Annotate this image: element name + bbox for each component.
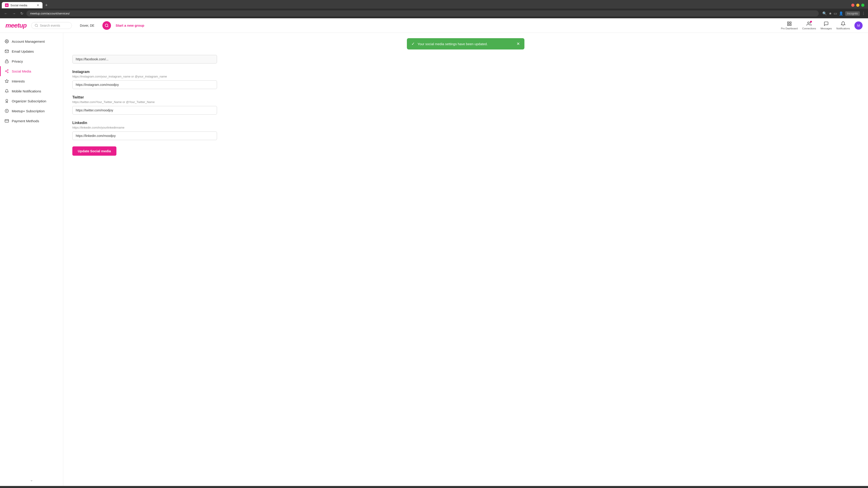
sidebar-social-media-label: Social Media [12,69,31,73]
scroll-indicator: ⌄ [30,477,33,482]
svg-rect-7 [790,24,791,25]
svg-point-11 [6,41,7,42]
linkedin-section: Linkedin https://linkedin.com/in/yourlin… [72,121,859,140]
plus-circle-icon [4,109,9,113]
nav-connections[interactable]: Connections [802,21,816,30]
sidebar-organizer-subscription-label: Organizer Subscription [12,99,46,103]
linkedin-input[interactable] [72,131,217,140]
instagram-section: Instagram https://instagram.com/your_ins… [72,70,859,89]
star-icon [4,79,9,84]
messages-icon [824,21,829,26]
svg-rect-6 [787,24,789,25]
svg-line-17 [6,70,7,71]
svg-point-19 [6,99,8,101]
back-button[interactable]: ← [3,11,9,17]
sidebar-mobile-notifications-label: Mobile Notifications [12,89,41,93]
close-window-button[interactable] [851,4,855,7]
svg-point-0 [35,24,37,27]
twitter-hint: https://twitter.com/Your_Twitter_Name or… [72,100,859,104]
sidebar-item-social-media[interactable]: Social Media [0,66,63,76]
window-controls [849,2,866,8]
location-label[interactable]: Dover, DE [80,24,94,27]
sidebar-item-email-updates[interactable]: Email Updates [0,46,63,56]
extensions-icon[interactable]: ▭ [834,11,837,15]
sidebar-item-meetup-plus[interactable]: Meetup+ Subscription [0,106,63,116]
nav-notifications[interactable]: Notifications [836,21,850,30]
sidebar-item-interests[interactable]: Interests [0,76,63,86]
pro-dashboard-icon [787,21,792,26]
gear-icon [4,39,9,43]
instagram-input[interactable] [72,80,217,89]
address-input[interactable] [26,10,819,17]
logo[interactable]: meetup [5,22,27,29]
sidebar-item-payment-methods[interactable]: Payment Methods [0,116,63,126]
start-new-group-button[interactable]: Start a new group [116,24,144,27]
tab-favicon: m [5,3,8,7]
svg-line-1 [37,26,38,27]
reload-button[interactable]: ↻ [19,10,25,17]
svg-rect-4 [787,22,789,23]
badge-icon [4,99,9,103]
sidebar-email-updates-label: Email Updates [12,50,34,53]
tab-bar: m Social media ✕ + [0,0,868,8]
bell-icon [4,89,9,93]
sidebar-item-account-management[interactable]: Account Management [0,36,63,46]
menu-icon[interactable]: ⋮ [862,11,865,15]
svg-line-3 [107,26,108,27]
svg-text:M: M [857,24,860,27]
user-avatar[interactable]: M [855,22,863,30]
search-bar[interactable]: Search events [31,22,72,29]
bookmark-icon[interactable]: ★ [829,11,832,15]
twitter-input[interactable] [72,106,217,115]
svg-rect-23 [5,120,9,122]
search-placeholder: Search events [40,24,60,27]
search-icon[interactable]: 🔍 [822,11,827,15]
address-bar-icons: 🔍 ★ ▭ 👤 Incognito ⋮ [822,11,865,16]
svg-point-2 [105,24,108,27]
svg-point-15 [7,72,8,73]
minimize-window-button[interactable] [856,4,860,7]
nav-pro-dashboard[interactable]: Pro Dashboard [781,21,798,30]
pro-dashboard-label: Pro Dashboard [781,27,798,30]
card-icon [4,119,9,123]
nav-messages[interactable]: Messages [820,21,832,30]
svg-point-14 [5,71,6,72]
linkedin-hint: https://linkedin.com/in/yourlinkedinname [72,126,859,129]
site-header: meetup Search events Dover, DE Start a n… [0,18,868,33]
avatar-image: M [855,22,863,30]
tab-close-button[interactable]: ✕ [37,3,39,7]
search-button[interactable] [102,21,111,30]
search-btn-icon [105,24,109,28]
update-social-media-button[interactable]: Update Social media [72,147,116,156]
sidebar-payment-methods-label: Payment Methods [12,119,39,123]
browser-chrome: m Social media ✕ + ← → ↻ 🔍 ★ ▭ 👤 Incogni… [0,0,868,18]
profile-icon[interactable]: 👤 [839,11,843,15]
footer: Create your own Meetup group. Get Starte… [0,486,868,488]
svg-rect-5 [790,22,791,23]
notifications-icon [841,21,846,26]
toast-close-button[interactable]: ✕ [517,41,520,46]
messages-label: Messages [820,27,832,30]
toast-message: Your social media settings have been upd… [417,42,488,46]
sidebar-item-privacy[interactable]: Privacy [0,56,63,66]
messages-icon-wrap [824,21,829,27]
page: meetup Search events Dover, DE Start a n… [0,18,868,488]
svg-point-8 [808,22,809,23]
notifications-label: Notifications [836,27,850,30]
sidebar-item-organizer-subscription[interactable]: Organizer Subscription [0,96,63,106]
sidebar-item-mobile-notifications[interactable]: Mobile Notifications [0,86,63,96]
active-tab[interactable]: m Social media ✕ [2,2,42,8]
email-icon [4,49,9,54]
share-icon [4,69,9,73]
forward-button[interactable]: → [11,11,17,17]
address-bar: ← → ↻ 🔍 ★ ▭ 👤 Incognito ⋮ [0,8,868,18]
maximize-window-button[interactable] [861,4,864,7]
new-tab-button[interactable]: + [43,2,50,8]
svg-line-16 [6,71,7,72]
connections-icon-wrap [807,21,811,27]
sidebar-meetup-plus-label: Meetup+ Subscription [12,109,45,113]
svg-point-13 [7,70,8,71]
facebook-input[interactable] [72,55,217,64]
notifications-icon-wrap [841,21,846,27]
header-nav: Pro Dashboard Connections Messages N [781,21,863,30]
